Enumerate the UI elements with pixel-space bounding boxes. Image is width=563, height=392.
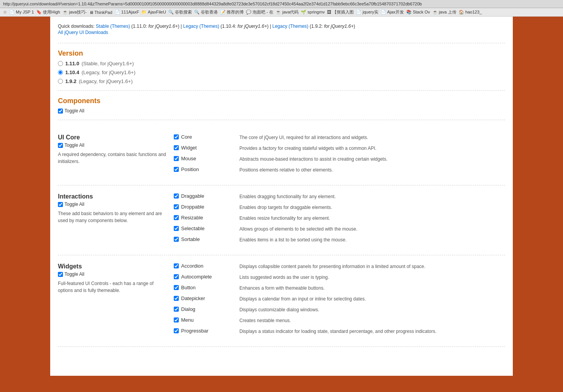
ui-core-toggle-all: Toggle All xyxy=(58,143,166,148)
resizable-checkbox[interactable] xyxy=(174,215,179,220)
dialog-label: Dialog xyxy=(181,306,195,312)
interactions-item-resizable: Resizable Enables resize functionality f… xyxy=(174,215,505,222)
widgets-title: Widgets xyxy=(58,263,166,270)
all-downloads-link[interactable]: All jQuery UI Downloads xyxy=(58,30,505,35)
bookmark-java[interactable]: ☕ java技巧- xyxy=(63,9,87,15)
ui-core-item-position: Position Positions elements relative to … xyxy=(174,166,505,173)
dialog-checkbox[interactable] xyxy=(174,307,179,312)
version-desc-1110: (Stable, for jQuery1.6+) xyxy=(81,61,134,66)
bookmark-myjsp[interactable]: 📄 My JSP 1 xyxy=(9,10,34,15)
version-desc-192: (Legacy, for jQuery1.6+) xyxy=(79,78,133,84)
ui-core-item-mouse: Mouse Abstracts mouse-based interactions… xyxy=(174,156,505,163)
position-desc: Positions elements relative to other ele… xyxy=(239,166,505,173)
autocomplete-label: Autocomplete xyxy=(181,274,212,280)
accordion-desc: Displays collapsible content panels for … xyxy=(239,263,505,270)
resizable-check-group: Resizable xyxy=(174,215,239,221)
bookmark-javacode[interactable]: ☕ java代码 xyxy=(276,9,298,15)
widgets-item-progressbar: Progressbar Displays a status indicator … xyxy=(174,328,505,335)
selectable-label: Selectable xyxy=(181,226,205,231)
draggable-checkbox[interactable] xyxy=(174,193,179,199)
selectable-checkbox[interactable] xyxy=(174,226,179,231)
version-option-2: 1.10.4 (Legacy, for jQuery1.6+) xyxy=(58,70,505,75)
bookmark-thinkpad[interactable]: 🖥 ThinkPad xyxy=(89,10,112,15)
bookmark-recommend[interactable]: 📝 推荐的博 xyxy=(220,9,244,15)
widgets-section: Widgets Toggle All Full-featured UI Cont… xyxy=(58,255,505,347)
progressbar-checkbox[interactable] xyxy=(174,328,179,333)
sortable-label: Sortable xyxy=(181,236,200,242)
interactions-toggle-checkbox[interactable] xyxy=(58,202,63,207)
legacy-themes-link-2[interactable]: Legacy (Themes) xyxy=(272,24,308,29)
interactions-desc: These add basic behaviors to any element… xyxy=(58,210,166,224)
sortable-check-group: Sortable xyxy=(174,236,239,242)
widget-checkbox[interactable] xyxy=(174,145,179,150)
widgets-item-button: Button Enhances a form with themeable bu… xyxy=(174,285,505,292)
stable-themes-link[interactable]: Stable (Themes) xyxy=(96,24,130,29)
interactions-left: Interactions Toggle All These add basic … xyxy=(58,193,174,247)
interactions-item-selectable: Selectable Allows groups of elements to … xyxy=(174,226,505,232)
legacy-themes-link-1[interactable]: Legacy (Themes) xyxy=(183,24,219,29)
divider-components xyxy=(58,120,505,120)
ui-core-items: Core The core of jQuery UI, required for… xyxy=(174,134,505,177)
widget-label: Widget xyxy=(181,145,197,151)
sortable-checkbox[interactable] xyxy=(174,237,179,242)
quick-downloads-label: Quick downloads: xyxy=(58,24,95,29)
mouse-checkbox[interactable] xyxy=(174,156,179,161)
bookmark-111ajax[interactable]: 📄 111AjaxF xyxy=(115,10,139,15)
autocomplete-checkbox[interactable] xyxy=(174,274,179,279)
bookmark-insert[interactable]: 🖼 【抠插入图 xyxy=(327,9,354,15)
position-checkbox[interactable] xyxy=(174,167,179,172)
version-radio-1104[interactable] xyxy=(58,70,63,75)
bookmark-paomian[interactable]: 💬 泡面吧 - 在 xyxy=(246,9,273,15)
widgets-toggle-checkbox[interactable] xyxy=(58,272,63,277)
components-toggle-all-checkbox[interactable] xyxy=(58,109,63,114)
interactions-items: Draggable Enables dragging functionality… xyxy=(174,193,505,247)
version-radio-1110[interactable] xyxy=(58,61,63,66)
interactions-toggle-label: Toggle All xyxy=(64,202,84,207)
datepicker-checkbox[interactable] xyxy=(174,296,179,301)
interactions-item-droppable: Droppable Enables drop targets for dragg… xyxy=(174,204,505,211)
bookmark-usinghigh[interactable]: 🔖 使用High xyxy=(36,9,60,15)
bookmark-ajax[interactable]: 📄 Ajax开发 xyxy=(381,9,404,15)
ui-core-item-core: Core The core of jQuery UI, required for… xyxy=(174,134,505,141)
droppable-checkbox[interactable] xyxy=(174,204,179,209)
core-check-group: Core xyxy=(174,134,239,140)
widgets-item-datepicker: Datepicker Displays a calendar from an i… xyxy=(174,295,505,302)
accordion-label: Accordion xyxy=(181,263,203,269)
menu-desc: Creates nestable menus. xyxy=(239,317,505,324)
bookmark-javaupload[interactable]: ☕ java 上传 xyxy=(432,9,456,15)
version-radio-192[interactable] xyxy=(58,79,63,84)
version-desc-1104: (Legacy, for jQuery1.6+) xyxy=(81,70,136,75)
accordion-checkbox[interactable] xyxy=(174,263,179,268)
interactions-item-sortable: Sortable Enables items in a list to be s… xyxy=(174,236,505,243)
menu-label: Menu xyxy=(181,317,194,323)
version-label-1110: 1.11.0 xyxy=(65,61,79,66)
bookmark-jquery[interactable]: 📄 jquery实 xyxy=(356,9,378,15)
widgets-item-menu: Menu Creates nestable menus. xyxy=(174,317,505,324)
legacy-version-1: (1.10.4: for jQuery1.6+) | xyxy=(220,24,272,29)
button-checkbox[interactable] xyxy=(174,285,179,290)
bookmark-hao123[interactable]: 🏠 hao123_ xyxy=(459,10,482,15)
ui-core-desc: A required dependency, contains basic fu… xyxy=(58,151,166,165)
menu-checkbox[interactable] xyxy=(174,317,179,322)
divider-version xyxy=(58,90,505,91)
bookmark-ajaxfile[interactable]: 📁 AjaxFileU xyxy=(141,10,166,15)
core-checkbox[interactable] xyxy=(174,134,179,139)
url-bar[interactable]: http://jqueryui.com/download/#!version=1… xyxy=(0,0,563,8)
bookmark-google[interactable]: 🔍 谷歌搜索 xyxy=(168,9,192,15)
autocomplete-desc: Lists suggested words as the user is typ… xyxy=(239,274,505,281)
draggable-desc: Enables dragging functionality for any e… xyxy=(239,193,505,200)
divider-top xyxy=(58,43,505,43)
dialog-check-group: Dialog xyxy=(174,306,239,312)
widgets-item-dialog: Dialog Displays customizable dialog wind… xyxy=(174,306,505,313)
bookmark-springmv[interactable]: 🌱 springmv xyxy=(301,10,325,15)
position-check-group: Position xyxy=(174,166,239,172)
dialog-desc: Displays customizable dialog windows. xyxy=(239,306,505,313)
droppable-desc: Enables drop targets for draggable eleme… xyxy=(239,204,505,211)
autocomplete-check-group: Autocomplete xyxy=(174,274,239,280)
stable-version: (1.11.0: for jQuery1.6+) | xyxy=(131,24,183,29)
ui-core-toggle-checkbox[interactable] xyxy=(58,143,63,148)
components-toggle-all-label: Toggle All xyxy=(64,108,84,114)
bookmark-google-hk[interactable]: 🔍 谷歌香港 xyxy=(194,9,218,15)
datepicker-desc: Displays a calendar from an input or inl… xyxy=(239,295,505,302)
bookmark-stackoverflow[interactable]: 📚 Stack Ov xyxy=(406,10,430,15)
